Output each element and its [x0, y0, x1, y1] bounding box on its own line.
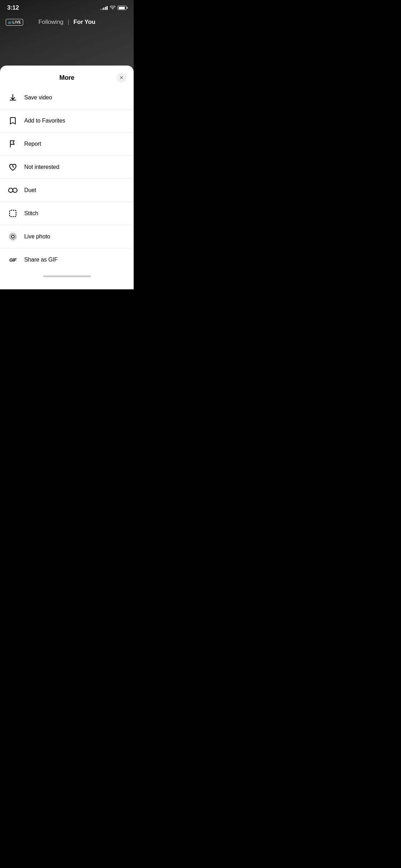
svg-point-14: [11, 235, 14, 238]
screen: 3:12 📺 LI: [0, 0, 134, 289]
heart-broken-icon: [8, 162, 18, 172]
menu-item-duet[interactable]: Duet: [0, 179, 134, 202]
menu-item-not-interested[interactable]: Not interested: [0, 156, 134, 179]
svg-rect-13: [10, 210, 16, 217]
home-indicator: [43, 275, 91, 277]
signal-bar-1: [100, 9, 101, 10]
report-label: Report: [24, 141, 41, 147]
live-tv-icon: 📺: [8, 20, 12, 24]
menu-item-favorites[interactable]: Add to Favorites: [0, 109, 134, 133]
menu-item-save-video[interactable]: Save video: [0, 86, 134, 109]
live-button[interactable]: 📺 LIVE: [6, 19, 23, 26]
battery-fill: [119, 7, 125, 9]
bottom-sheet: More ✕ Save video: [0, 66, 134, 289]
close-button[interactable]: ✕: [117, 73, 127, 83]
battery-icon: [118, 6, 127, 10]
menu-item-live-photo[interactable]: Live photo: [0, 225, 134, 248]
save-video-label: Save video: [24, 94, 52, 101]
wifi-icon: [110, 6, 115, 10]
not-interested-label: Not interested: [24, 164, 59, 170]
sheet-header: More ✕: [0, 66, 134, 83]
signal-bar-4: [105, 7, 106, 10]
menu-item-report[interactable]: Report: [0, 133, 134, 156]
nav-divider: |: [68, 19, 69, 26]
live-photo-label: Live photo: [24, 233, 50, 240]
close-icon: ✕: [119, 75, 124, 81]
gif-text: GIF: [9, 257, 16, 263]
gif-icon: GIF: [8, 255, 18, 265]
stitch-label: Stitch: [24, 210, 38, 217]
status-icons: [100, 6, 127, 10]
status-bar: 3:12: [0, 0, 134, 16]
svg-point-11: [9, 188, 13, 192]
nav-tabs: Following | For You: [38, 19, 96, 26]
bookmark-icon: [8, 116, 18, 126]
signal-icon: [100, 6, 108, 10]
sheet-title: More: [60, 74, 74, 82]
status-time: 3:12: [7, 4, 19, 11]
signal-bar-2: [102, 8, 103, 10]
menu-item-share-gif[interactable]: GIF Share as GIF: [0, 248, 134, 271]
flag-icon: [8, 139, 18, 149]
signal-bar-5: [107, 6, 108, 10]
favorites-label: Add to Favorites: [24, 118, 65, 124]
following-tab[interactable]: Following: [38, 19, 63, 26]
svg-point-12: [13, 188, 17, 192]
live-photo-icon: [8, 232, 18, 242]
duet-label: Duet: [24, 187, 36, 193]
svg-point-15: [10, 234, 16, 239]
menu-item-stitch[interactable]: Stitch: [0, 202, 134, 225]
share-gif-label: Share as GIF: [24, 257, 58, 263]
stitch-icon: [8, 208, 18, 218]
menu-list: Save video Add to Favorites: [0, 86, 134, 271]
live-label: LIVE: [12, 20, 21, 24]
signal-bar-3: [103, 7, 104, 10]
for-you-tab[interactable]: For You: [73, 19, 95, 26]
download-icon: [8, 93, 18, 103]
duet-icon: [8, 185, 18, 195]
nav-header: 📺 LIVE Following | For You: [0, 16, 134, 29]
